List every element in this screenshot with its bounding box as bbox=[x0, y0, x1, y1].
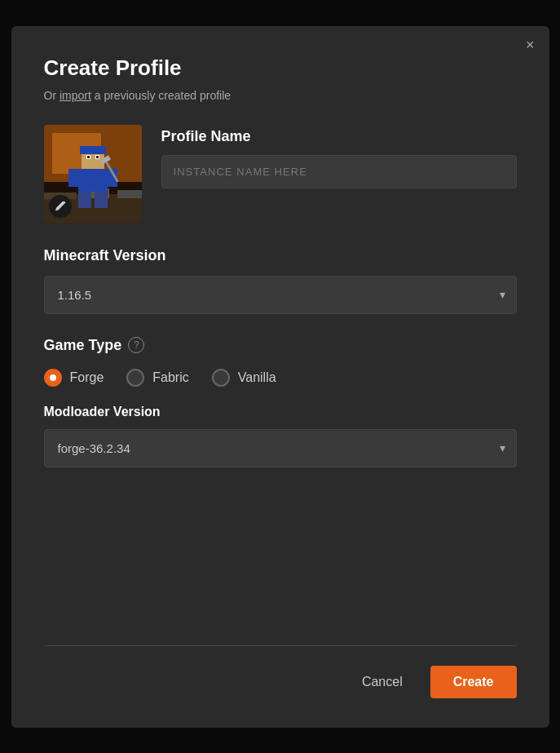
cancel-button[interactable]: Cancel bbox=[347, 667, 417, 698]
game-type-row: Game Type ? bbox=[44, 337, 517, 354]
modloader-select-wrapper: forge-36.2.34 forge-36.2.33 forge-36.2.3… bbox=[44, 429, 517, 467]
minecraft-version-label: Minecraft Version bbox=[44, 247, 517, 264]
svg-rect-16 bbox=[78, 192, 91, 208]
profile-name-section: Profile Name bbox=[161, 125, 517, 188]
radio-fabric[interactable]: Fabric bbox=[126, 369, 188, 387]
radio-forge-label: Forge bbox=[70, 370, 104, 385]
modal-title: Create Profile bbox=[44, 55, 517, 81]
radio-forge[interactable]: Forge bbox=[44, 369, 104, 387]
radio-forge-circle bbox=[44, 369, 62, 387]
svg-rect-13 bbox=[78, 169, 108, 192]
modloader-label: Modloader Version bbox=[44, 405, 517, 419]
svg-rect-8 bbox=[80, 146, 106, 154]
game-type-label: Game Type bbox=[44, 337, 122, 354]
close-button[interactable]: × bbox=[526, 38, 535, 52]
minecraft-version-select-wrapper: 1.16.5 1.17.1 1.18.2 1.19.4 1.20.1 ▾ bbox=[44, 276, 517, 314]
profile-image[interactable] bbox=[44, 125, 142, 223]
footer-divider bbox=[44, 645, 517, 646]
svg-rect-17 bbox=[95, 192, 108, 208]
modal-overlay: × Create Profile Or import a previously … bbox=[0, 0, 560, 753]
radio-vanilla-circle bbox=[212, 369, 230, 387]
radio-vanilla-label: Vanilla bbox=[238, 370, 276, 385]
modloader-select[interactable]: forge-36.2.34 forge-36.2.33 forge-36.2.3… bbox=[44, 429, 517, 467]
profile-name-label: Profile Name bbox=[161, 128, 517, 145]
radio-vanilla[interactable]: Vanilla bbox=[212, 369, 276, 387]
radio-fabric-circle bbox=[126, 369, 144, 387]
radio-fabric-label: Fabric bbox=[152, 370, 188, 385]
create-profile-modal: × Create Profile Or import a previously … bbox=[11, 26, 549, 728]
create-button[interactable]: Create bbox=[430, 666, 517, 698]
profile-row: Profile Name bbox=[44, 125, 517, 223]
edit-image-button[interactable] bbox=[49, 195, 72, 218]
import-link[interactable]: import bbox=[60, 89, 91, 102]
pencil-icon bbox=[55, 201, 66, 212]
profile-name-input[interactable] bbox=[161, 155, 517, 188]
game-type-radio-group: Forge Fabric Vanilla bbox=[44, 369, 517, 387]
svg-rect-6 bbox=[117, 190, 142, 198]
svg-rect-11 bbox=[87, 156, 90, 158]
svg-rect-14 bbox=[68, 169, 78, 187]
footer-row: Cancel Create bbox=[44, 666, 517, 698]
game-type-help-icon[interactable]: ? bbox=[128, 337, 144, 353]
svg-rect-12 bbox=[96, 156, 99, 158]
minecraft-version-select[interactable]: 1.16.5 1.17.1 1.18.2 1.19.4 1.20.1 bbox=[44, 276, 517, 314]
import-line: Or import a previously created profile bbox=[44, 89, 517, 102]
